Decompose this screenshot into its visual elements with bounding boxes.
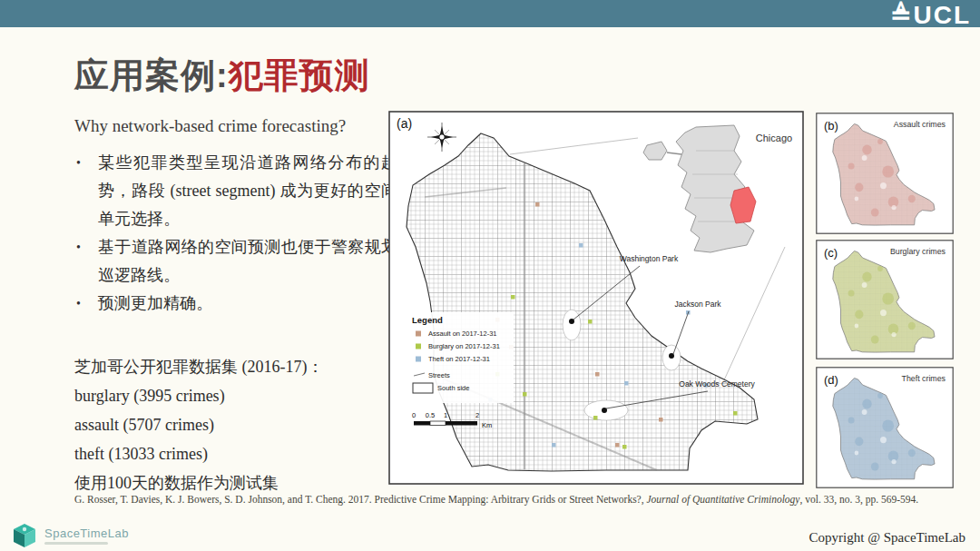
spacetimelab-cube-icon: [11, 522, 38, 549]
svg-text:Burglary crimes: Burglary crimes: [890, 247, 946, 256]
svg-text:(b): (b): [824, 119, 838, 133]
bullet-item: • 基于道路网络的空间预测也便于警察规划巡逻路线。: [76, 233, 397, 290]
title-prefix: 应用案例:: [74, 56, 229, 94]
svg-text:Washington Park: Washington Park: [620, 254, 679, 263]
intro-question: Why network-based crime forecasting?: [74, 116, 410, 136]
svg-text:2: 2: [475, 411, 479, 419]
bullet-text: 某些犯罪类型呈现沿道路网络分布的趋势，路段 (street segment) 成…: [98, 149, 397, 233]
header-band: [0, 0, 980, 27]
citation-text: , vol. 33, no. 3, pp. 569-594.: [799, 494, 918, 505]
figure-panel-c-burglary-map: (c)Burglary crimes: [816, 240, 954, 359]
page-title: 应用案例:犯罪预测: [74, 53, 370, 99]
svg-text:Theft on 2017-12-31: Theft on 2017-12-31: [428, 355, 490, 363]
svg-text:Legend: Legend: [412, 315, 443, 325]
figure-panel-a-map: Washington ParkJackson ParkOak Woods Cem…: [388, 111, 804, 485]
citation: G. Rosser, T. Davies, K. J. Bowers, S. D…: [74, 493, 944, 506]
dataset-heading: 芝加哥公开犯罪数据集 (2016-17)：: [74, 352, 410, 381]
svg-text:0.5: 0.5: [426, 411, 435, 419]
spacetimelab-logo: SpaceTimeLab: [11, 522, 129, 549]
bullet-text: 预测更加精确。: [98, 290, 397, 318]
svg-text:(d): (d): [824, 373, 838, 387]
svg-text:South side: South side: [437, 384, 469, 392]
citation-journal: Journal of Quantitative Criminology: [646, 494, 799, 505]
svg-text:Oak Woods Cemetery: Oak Woods Cemetery: [679, 379, 755, 389]
svg-text:(c): (c): [824, 246, 838, 260]
bullet-item: • 某些犯罪类型呈现沿道路网络分布的趋势，路段 (street segment)…: [76, 149, 397, 233]
bullet-marker: •: [76, 233, 98, 290]
figure-panel-d-theft-map: (d)Theft crimes: [816, 367, 954, 488]
title-highlight: 犯罪预测: [229, 56, 370, 94]
dataset-line: theft (13033 crimes): [74, 439, 410, 468]
svg-text:Burglary on 2017-12-31: Burglary on 2017-12-31: [428, 342, 500, 350]
bullet-marker: •: [76, 149, 98, 233]
bullet-text: 基于道路网络的空间预测也便于警察规划巡逻路线。: [98, 233, 397, 290]
spacetimelab-logo-text: SpaceTimeLab: [44, 526, 129, 540]
dataset-line: burglary (3995 crimes): [74, 381, 410, 410]
dataset-block: 芝加哥公开犯罪数据集 (2016-17)： burglary (3995 cri…: [74, 352, 410, 497]
bullet-marker: •: [76, 290, 98, 318]
svg-text:Km: Km: [482, 421, 492, 429]
svg-text:Jackson Park: Jackson Park: [674, 300, 721, 309]
svg-text:0: 0: [412, 411, 416, 419]
svg-text:Chicago: Chicago: [756, 133, 792, 143]
svg-text:1: 1: [444, 411, 447, 419]
copyright-text: Copyright @ SpaceTimeLab: [809, 530, 965, 546]
ucl-logo: ≜UCL: [890, 0, 971, 31]
figure-panel-b-assault-map: (b)Assault crimes: [816, 113, 954, 234]
svg-text:Streets: Streets: [428, 371, 450, 379]
bullet-list: • 某些犯罪类型呈现沿道路网络分布的趋势，路段 (street segment)…: [76, 149, 397, 318]
svg-text:Theft crimes: Theft crimes: [902, 374, 946, 383]
svg-text:(a): (a): [397, 116, 412, 131]
bullet-item: • 预测更加精确。: [76, 290, 397, 318]
svg-text:Assault crimes: Assault crimes: [894, 120, 946, 129]
svg-text:Assault on 2017-12-31: Assault on 2017-12-31: [428, 330, 496, 338]
slide: ≜UCL 应用案例:犯罪预测 Why network-based crime f…: [0, 0, 980, 551]
citation-text: G. Rosser, T. Davies, K. J. Bowers, S. D…: [74, 494, 646, 505]
spacetimelab-logo-tagline: [44, 542, 108, 545]
dataset-line: assault (5707 crimes): [74, 410, 410, 439]
